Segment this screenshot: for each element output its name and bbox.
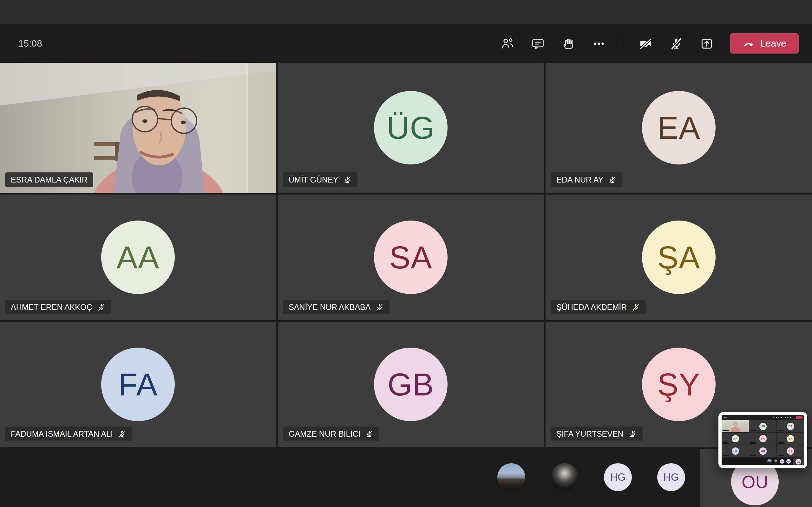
mini-toolbar-dot	[790, 417, 791, 418]
mini-toolbar-dot	[776, 417, 777, 418]
avatar-initials: SA	[374, 221, 448, 294]
mini-tile: ŞA	[777, 433, 804, 445]
participant-tile[interactable]: AA AHMET EREN AKKOÇ	[0, 194, 276, 320]
mini-tile	[722, 420, 749, 432]
overflow-avatar-initials: HG	[657, 463, 685, 491]
participant-tile[interactable]: EA EDA NUR AY	[546, 63, 812, 193]
muted-mic-icon	[365, 430, 374, 438]
participant-name: ŞÜHEDA AKDEMİR	[556, 302, 627, 312]
avatar-initials: ŞA	[642, 221, 716, 294]
leave-label: Leave	[760, 38, 786, 49]
camera-toggle-button[interactable]	[630, 24, 661, 63]
avatar-initials: FA	[101, 348, 175, 421]
mini-bottom-bar	[722, 458, 804, 465]
avatar-initials: GB	[374, 348, 448, 421]
avatar-initials: EA	[642, 91, 716, 164]
screen-share-preview-window[interactable]: ÜGEAAASAŞAFAGBŞY HGHG OU	[718, 412, 807, 468]
hang-up-icon	[743, 37, 755, 50]
mini-toolbar-dot	[781, 417, 782, 418]
participant-name: ÜMİT GÜNEY	[289, 175, 339, 184]
muted-mic-icon	[608, 176, 617, 184]
muted-mic-icon	[97, 303, 106, 312]
participant-tile[interactable]: GB GAMZE NUR BİLİCİ	[278, 322, 544, 447]
overflow-participants-bar: HGHG	[0, 449, 699, 507]
avatar-initials: ŞY	[642, 348, 716, 421]
mini-tile: GB	[749, 445, 776, 457]
overflow-avatar-photo	[551, 463, 578, 491]
participant-tile[interactable]: ÜG ÜMİT GÜNEY	[278, 63, 544, 193]
window-titlebar	[0, 0, 812, 24]
overflow-avatar-initials: HG	[604, 463, 632, 491]
mini-overflow-dot	[767, 459, 772, 464]
participant-tile[interactable]: FA FADUMA ISMAIL ARTAN ALI	[0, 322, 276, 447]
muted-mic-icon	[343, 176, 352, 184]
mini-toolbar-dot	[773, 417, 774, 418]
muted-mic-icon	[628, 430, 637, 438]
mini-overflow-avatars: HGHG	[767, 459, 791, 464]
raise-hand-icon	[561, 37, 575, 51]
screen-share-preview-screen: ÜGEAAASAŞAFAGBŞY HGHG OU	[722, 415, 804, 465]
mini-self-avatar: OU	[796, 459, 801, 464]
participant-name-label: ÜMİT GÜNEY	[283, 172, 357, 187]
muted-mic-icon	[631, 303, 640, 312]
more-options-icon	[592, 37, 606, 51]
participant-name-label: AHMET EREN AKKOÇ	[5, 300, 111, 314]
muted-mic-icon	[118, 430, 126, 438]
mini-toolbar	[722, 415, 804, 420]
participant-name-label: ŞİFA YURTSEVEN	[551, 427, 643, 441]
participant-name-label: ESRA DAMLA ÇAKIR	[5, 172, 93, 187]
mini-tile: AA	[722, 433, 749, 445]
mini-tile: FA	[722, 445, 749, 457]
share-screen-icon	[700, 37, 714, 51]
mini-toolbar-dot	[787, 417, 788, 418]
chat-icon	[531, 37, 545, 51]
participant-name-label: GAMZE NUR BİLİCİ	[283, 427, 379, 441]
participant-name: FADUMA ISMAIL ARTAN ALI	[11, 429, 113, 439]
avatar-initials: ÜG	[374, 91, 448, 164]
participant-name: AHMET EREN AKKOÇ	[11, 302, 92, 312]
raise-hand-button[interactable]	[553, 24, 583, 63]
participant-name: ESRA DAMLA ÇAKIR	[11, 175, 88, 184]
participant-name: ŞİFA YURTSEVEN	[556, 429, 623, 439]
overflow-avatar-photo	[497, 463, 525, 491]
avatar-initials: AA	[101, 221, 175, 294]
mic-toggle-button[interactable]	[661, 24, 692, 63]
participants-button[interactable]	[492, 24, 523, 63]
mini-overflow-dot: HG	[780, 459, 784, 464]
share-screen-button[interactable]	[692, 24, 722, 63]
participant-name-label: EDA NUR AY	[551, 172, 622, 187]
participant-name-label: FADUMA ISMAIL ARTAN ALI	[5, 427, 132, 441]
muted-mic-icon	[375, 303, 384, 312]
mini-clock	[723, 417, 727, 418]
leave-button[interactable]: Leave	[730, 33, 799, 54]
mini-tile: ŞY	[777, 445, 804, 457]
mini-tile: SA	[749, 433, 776, 445]
chat-button[interactable]	[523, 24, 553, 63]
mini-leave-button	[796, 416, 803, 419]
mic-off-icon	[669, 37, 683, 51]
participant-tile[interactable]: SA SANİYE NUR AKBABA	[278, 194, 544, 320]
participant-name-label: SANİYE NUR AKBABA	[283, 300, 390, 314]
camera-off-icon	[639, 37, 653, 51]
mini-participant-grid: ÜGEAAASAŞAFAGBŞY	[722, 420, 804, 458]
participant-tile[interactable]: ŞA ŞÜHEDA AKDEMİR	[546, 194, 812, 320]
mini-tile: EA	[777, 420, 804, 432]
participant-name: SANİYE NUR AKBABA	[289, 302, 370, 312]
participant-name: EDA NUR AY	[556, 175, 603, 184]
mini-toolbar-dot	[778, 417, 779, 418]
participant-name: GAMZE NUR BİLİCİ	[289, 429, 360, 439]
mini-toolbar-dot	[785, 417, 786, 418]
more-options-button[interactable]	[583, 24, 614, 63]
mini-overflow-dot	[774, 459, 778, 464]
toolbar-divider	[623, 34, 623, 53]
participants-icon	[501, 37, 514, 51]
participant-tile-video[interactable]: ESRA DAMLA ÇAKIR	[0, 63, 276, 193]
mini-tile: ÜG	[749, 420, 776, 432]
mini-overflow-dot: HG	[786, 459, 791, 464]
participant-name-label: ŞÜHEDA AKDEMİR	[551, 300, 646, 314]
meeting-clock: 15:08	[18, 24, 42, 63]
